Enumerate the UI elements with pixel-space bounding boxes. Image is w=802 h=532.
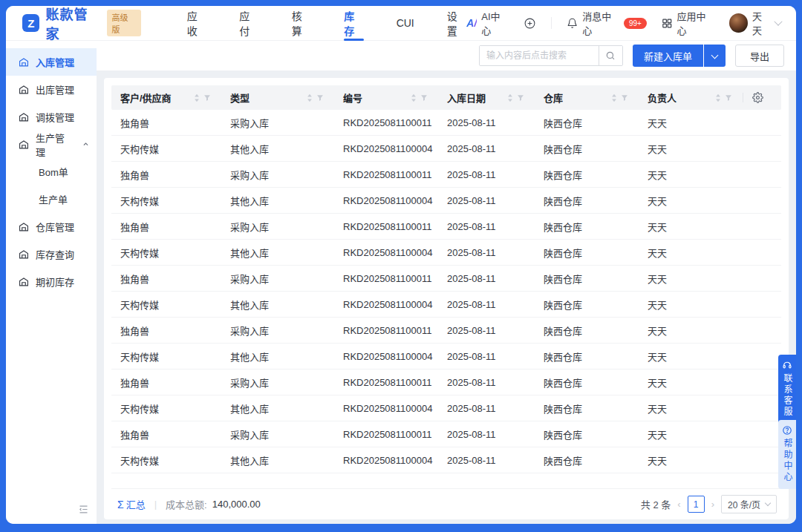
brand-logo-icon: Z (22, 14, 39, 32)
cell-type: 其他入库 (221, 298, 334, 312)
prev-page-button[interactable]: ‹ (677, 499, 680, 510)
table-row[interactable]: 独角兽采购入库RKD20250811000112025-08-11陕西仓库天天 (111, 421, 781, 447)
nav-tab-cui[interactable]: CUI (397, 6, 414, 41)
sidebar: 入库管理出库管理调拨管理生产管理Bom单生产单仓库管理库存查询期初库存 (6, 41, 97, 524)
export-button[interactable]: 导出 (735, 45, 784, 67)
cell-date: 2025-08-11 (438, 195, 535, 206)
warehouse-in-icon (19, 57, 29, 68)
search-button[interactable] (599, 46, 622, 65)
table-row[interactable]: 独角兽采购入库RKD20250811000112025-08-11陕西仓库天天 (111, 214, 781, 240)
sidebar-item-label: 入库管理 (36, 55, 74, 69)
contact-support-button[interactable]: 联系客服 (778, 355, 796, 424)
sort-icon[interactable] (611, 93, 617, 102)
filter-icon[interactable] (203, 94, 211, 102)
table-row[interactable]: 天构传媒其他入库RKD20250811000042025-08-11陕西仓库天天 (111, 240, 781, 266)
table-row[interactable]: 天构传媒其他入库RKD20250811000042025-08-11陕西仓库天天 (111, 292, 781, 318)
sidebar-item-warehouse[interactable]: 仓库管理 (6, 213, 97, 240)
filter-icon[interactable] (621, 94, 628, 102)
column-controls (715, 93, 732, 102)
cell-owner: 天天 (639, 298, 743, 312)
sort-icon[interactable] (307, 93, 313, 102)
grid-icon (662, 18, 673, 29)
table-row[interactable]: 独角兽采购入库RKD20250811000112025-08-11陕西仓库天天 (111, 266, 781, 292)
sidebar-item-stock-query[interactable]: 库存查询 (6, 240, 97, 268)
page-number-button[interactable]: 1 (688, 496, 705, 513)
cell-owner: 天天 (639, 116, 743, 130)
cell-number: RKD2025081100004 (334, 403, 438, 414)
new-inbound-button[interactable]: 新建入库单 (633, 45, 703, 67)
sidebar-item-transfer[interactable]: 调拨管理 (6, 103, 97, 131)
table-row[interactable]: 独角兽采购入库RKD20250811000112025-08-11陕西仓库天天 (111, 318, 781, 344)
cell-warehouse: 陕西仓库 (535, 324, 639, 338)
column-label: 编号 (343, 91, 362, 105)
app-center-button[interactable]: 应用中心 (662, 9, 714, 37)
cell-number: RKD2025081100004 (334, 247, 438, 258)
cell-date: 2025-08-11 (438, 169, 535, 180)
gear-icon[interactable] (752, 92, 763, 103)
table-row[interactable]: 天构传媒其他入库RKD20250811000042025-08-11陕西仓库天天 (111, 136, 781, 162)
sidebar-item-initial-stock[interactable]: 期初库存 (6, 268, 97, 295)
question-circle-icon (782, 425, 792, 436)
table-row[interactable]: 天构传媒其他入库RKD20250811000042025-08-11陕西仓库天天 (111, 344, 781, 370)
sort-icon[interactable] (411, 93, 417, 102)
sidebar-item-outbound[interactable]: 出库管理 (6, 76, 97, 103)
ai-center-label: AI中心 (481, 9, 509, 37)
nav-tabs: 应收应付核算库存CUI设置 (187, 6, 467, 41)
sidebar-item-label: 库存查询 (36, 247, 74, 261)
filter-icon[interactable] (420, 94, 428, 102)
table-row[interactable]: 天构传媒其他入库RKD20250811000042025-08-11陕西仓库天天 (111, 188, 781, 214)
cell-date: 2025-08-11 (438, 325, 535, 336)
filter-icon[interactable] (725, 94, 732, 102)
nav-tab-receivable[interactable]: 应收 (187, 6, 206, 41)
cell-owner: 天天 (639, 272, 743, 286)
chevron-down-icon (711, 51, 719, 59)
table-row[interactable]: 天构传媒其他入库RKD20250811000042025-08-11陕西仓库天天 (111, 395, 781, 421)
help-center-button[interactable]: 帮助中心 (778, 420, 796, 489)
sidebar-item-production[interactable]: 生产管理 (6, 131, 97, 158)
search-input[interactable] (480, 46, 599, 65)
table-row[interactable]: 独角兽采购入库RKD20250811000112025-08-11陕西仓库天天 (111, 370, 781, 395)
sidebar-item-bom[interactable]: Bom单 (6, 158, 97, 185)
table-row[interactable]: 独角兽采购入库RKD20250811000112025-08-11陕西仓库天天 (111, 110, 781, 136)
cell-number: RKD2025081100004 (334, 195, 438, 206)
table-footer: Σ 汇总 | 成本总额: 140,000.00 共 2 条 ‹ 1 › 20 条… (111, 488, 781, 519)
user-menu[interactable]: 天天 (729, 9, 781, 37)
sigma-icon: Σ (117, 499, 124, 510)
summary-link[interactable]: 汇总 (126, 497, 146, 511)
nav-tab-settings[interactable]: 设置 (447, 6, 466, 41)
next-page-button[interactable]: › (711, 499, 714, 510)
column-header-number: 编号 (334, 85, 438, 110)
cell-owner: 天天 (639, 324, 743, 338)
add-button[interactable] (524, 17, 536, 30)
cell-type: 采购入库 (221, 116, 334, 130)
sort-icon[interactable] (507, 93, 513, 102)
ai-center-button[interactable]: A/ AI中心 (466, 9, 509, 37)
sidebar-collapse-button[interactable] (78, 504, 89, 518)
page-size-select[interactable]: 20 条/页 (721, 495, 777, 513)
nav-tab-accounting[interactable]: 核算 (292, 6, 311, 41)
column-label: 类型 (230, 91, 250, 105)
cell-warehouse: 陕西仓库 (535, 375, 639, 390)
sidebar-item-inbound[interactable]: 入库管理 (6, 48, 97, 76)
ai-icon: A/ (466, 17, 477, 29)
table-row[interactable]: 独角兽采购入库RKD20250811000112025-08-11陕西仓库天天 (111, 162, 781, 188)
filter-icon[interactable] (316, 94, 324, 102)
nav-tab-payable[interactable]: 应付 (239, 6, 258, 41)
cell-date: 2025-08-11 (438, 117, 535, 128)
sidebar-item-label: Bom单 (39, 165, 68, 179)
sort-icon[interactable] (194, 93, 200, 102)
sort-icon[interactable] (715, 93, 721, 102)
cell-date: 2025-08-11 (438, 143, 535, 154)
warehouse-transfer-icon (19, 112, 29, 122)
new-inbound-dropdown-button[interactable] (704, 45, 726, 67)
table-row[interactable]: 天构传媒其他入库RKD20250811000042025-08-11陕西仓库天天 (111, 447, 781, 473)
filter-icon[interactable] (517, 94, 524, 102)
nav-tab-inventory[interactable]: 库存 (344, 6, 363, 41)
cell-type: 采购入库 (221, 427, 334, 441)
divider: | (154, 499, 157, 510)
sidebar-item-production-order[interactable]: 生产单 (6, 185, 97, 213)
cell-owner: 天天 (639, 401, 743, 416)
message-center-button[interactable]: 消息中心 99+ (567, 9, 647, 37)
cell-number: RKD2025081100011 (334, 273, 438, 284)
pagination: 共 2 条 ‹ 1 › 20 条/页 (641, 495, 777, 513)
